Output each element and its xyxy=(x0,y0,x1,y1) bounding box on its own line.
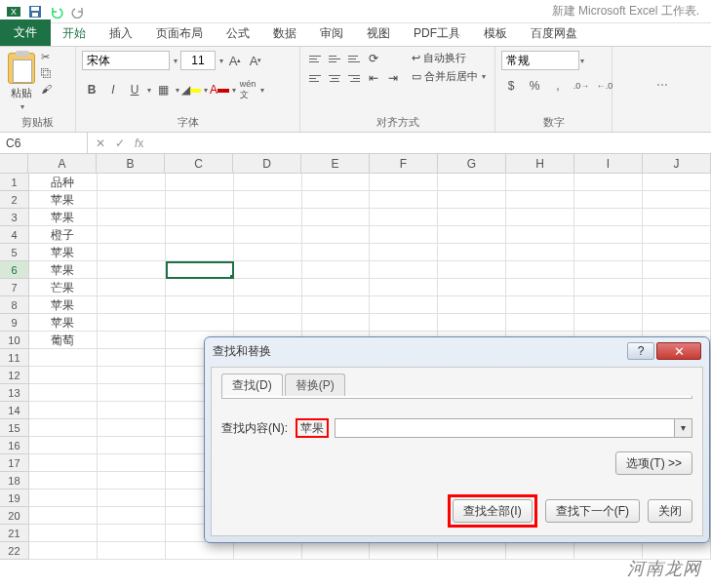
cell[interactable] xyxy=(98,226,166,244)
italic-button[interactable]: I xyxy=(103,80,123,99)
cell[interactable] xyxy=(29,384,98,402)
cell[interactable] xyxy=(438,226,506,244)
cell[interactable] xyxy=(506,279,574,296)
cell[interactable] xyxy=(438,542,506,560)
comma-button[interactable]: , xyxy=(548,76,568,96)
cell[interactable] xyxy=(29,542,98,560)
percent-button[interactable]: % xyxy=(525,76,544,96)
decrease-indent-button[interactable]: ⇤ xyxy=(365,70,382,86)
cell[interactable] xyxy=(438,191,506,209)
cell[interactable] xyxy=(643,174,711,191)
enter-icon[interactable]: ✓ xyxy=(115,137,125,150)
align-right-button[interactable] xyxy=(345,70,363,86)
chevron-down-icon[interactable]: ▾ xyxy=(147,86,151,95)
find-all-button[interactable]: 查找全部(I) xyxy=(453,499,532,523)
cell[interactable] xyxy=(574,314,643,332)
chevron-down-icon[interactable]: ▾ xyxy=(232,86,236,95)
increase-font-button[interactable]: A▴ xyxy=(226,52,244,69)
font-color-button[interactable]: A xyxy=(210,80,229,99)
column-header[interactable]: J xyxy=(643,154,711,173)
cell[interactable] xyxy=(98,296,166,314)
cell[interactable] xyxy=(438,314,506,332)
cell[interactable] xyxy=(643,209,711,226)
find-next-button[interactable]: 查找下一个(F) xyxy=(545,499,640,523)
cell[interactable] xyxy=(438,279,506,296)
cell[interactable] xyxy=(166,314,234,332)
cell[interactable] xyxy=(234,279,302,296)
tab-baidu-pan[interactable]: 百度网盘 xyxy=(519,21,589,46)
decrease-font-button[interactable]: A▾ xyxy=(247,52,264,69)
row-header[interactable]: 10 xyxy=(0,332,29,349)
cell[interactable]: 苹果 xyxy=(29,191,98,209)
cut-icon[interactable]: ✂ xyxy=(41,51,52,63)
select-all-button[interactable] xyxy=(0,154,28,173)
cell[interactable] xyxy=(370,174,438,191)
column-header[interactable]: C xyxy=(165,154,233,173)
undo-button[interactable] xyxy=(47,3,66,20)
cell[interactable]: 橙子 xyxy=(29,226,98,244)
cell[interactable] xyxy=(438,174,506,191)
cell[interactable] xyxy=(370,209,438,226)
cell[interactable] xyxy=(574,191,643,209)
cell[interactable] xyxy=(438,296,506,314)
cell[interactable] xyxy=(166,296,234,314)
tab-review[interactable]: 审阅 xyxy=(308,21,355,46)
cell[interactable] xyxy=(98,525,166,542)
cell[interactable] xyxy=(98,332,166,349)
column-header[interactable]: H xyxy=(506,154,574,173)
cell[interactable] xyxy=(370,296,438,314)
tab-formulas[interactable]: 公式 xyxy=(215,21,261,46)
tab-page-layout[interactable]: 页面布局 xyxy=(144,21,215,46)
column-header[interactable]: F xyxy=(370,154,438,173)
cell[interactable] xyxy=(574,209,643,226)
cell[interactable] xyxy=(234,226,302,244)
align-top-button[interactable] xyxy=(306,51,324,66)
cell[interactable] xyxy=(370,279,438,296)
cell[interactable] xyxy=(29,490,98,507)
cell[interactable] xyxy=(166,244,234,261)
cell[interactable] xyxy=(98,209,166,226)
chevron-down-icon[interactable]: ▾ xyxy=(260,86,264,95)
paste-button[interactable]: 粘贴 ▾ xyxy=(6,51,37,113)
number-format-select[interactable] xyxy=(501,51,579,70)
cell[interactable] xyxy=(234,209,302,226)
cell[interactable] xyxy=(506,314,574,332)
cell[interactable] xyxy=(234,314,302,332)
tab-view[interactable]: 视图 xyxy=(355,21,402,46)
cell[interactable] xyxy=(234,296,302,314)
dialog-help-button[interactable]: ? xyxy=(627,342,654,360)
cell[interactable] xyxy=(166,174,234,191)
row-header[interactable]: 18 xyxy=(0,472,29,490)
redo-button[interactable] xyxy=(68,3,88,20)
chevron-down-icon[interactable]: ▾ xyxy=(176,86,179,95)
cell[interactable] xyxy=(574,261,643,279)
cell[interactable] xyxy=(98,384,166,402)
cell[interactable] xyxy=(166,279,234,296)
chevron-down-icon[interactable]: ▾ xyxy=(580,57,584,65)
fill-color-button[interactable]: ◢ xyxy=(181,80,201,99)
cell[interactable] xyxy=(98,454,166,472)
wrap-text-button[interactable]: ↩ 自动换行 xyxy=(412,51,486,65)
row-header[interactable]: 9 xyxy=(0,314,29,332)
cell[interactable] xyxy=(438,244,506,261)
cell[interactable] xyxy=(98,490,166,507)
cell[interactable] xyxy=(98,244,166,261)
formula-input[interactable] xyxy=(151,133,711,153)
cell[interactable] xyxy=(98,367,166,384)
row-header[interactable]: 11 xyxy=(0,349,29,367)
chevron-down-icon[interactable]: ▾ xyxy=(204,86,208,95)
cell[interactable] xyxy=(370,244,438,261)
copy-icon[interactable]: ⿻ xyxy=(41,67,52,79)
row-header[interactable]: 2 xyxy=(0,191,29,209)
options-button[interactable]: 选项(T) >> xyxy=(615,451,692,475)
row-header[interactable]: 12 xyxy=(0,367,29,384)
cell[interactable] xyxy=(574,174,643,191)
cell[interactable] xyxy=(302,279,371,296)
row-header[interactable]: 7 xyxy=(0,279,29,296)
cell[interactable] xyxy=(574,542,643,560)
cell[interactable] xyxy=(302,174,371,191)
cell[interactable]: 苹果 xyxy=(29,244,98,261)
row-header[interactable]: 22 xyxy=(0,542,29,560)
cell[interactable] xyxy=(506,209,574,226)
cell[interactable] xyxy=(643,296,711,314)
